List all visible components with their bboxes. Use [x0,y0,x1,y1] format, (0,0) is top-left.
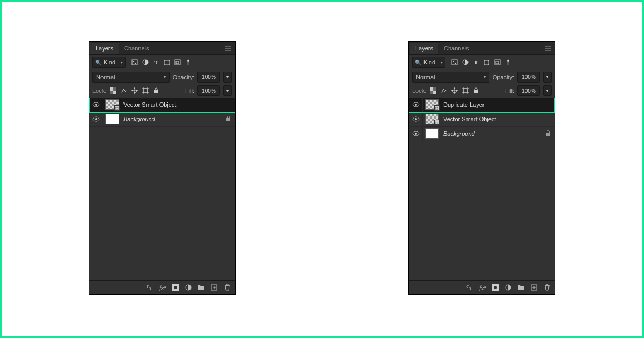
filter-adjust-icon[interactable] [142,58,149,66]
lock-all-icon[interactable] [152,87,160,94]
filter-type-icon[interactable]: T [152,58,160,66]
layer-name[interactable]: Duplicate Layer [443,101,484,108]
layers-list-left: ⬚Vector Smart ObjectBackground [89,98,235,280]
filter-kind-label: Kind [104,59,115,65]
panel-bottom-bar: fx▾ [409,280,555,294]
layer-row[interactable]: Background [89,112,235,127]
visibility-toggle[interactable] [89,98,103,112]
filter-smart-icon[interactable] [174,58,181,66]
layer-row[interactable]: ⬚Vector Smart Object [89,98,235,112]
lock-image-icon[interactable] [120,87,128,94]
lock-artboard-icon[interactable] [142,87,149,94]
chevron-down-icon: ▾ [121,60,123,65]
blend-mode-value: Normal [416,74,435,80]
svg-rect-53 [430,87,433,91]
layer-mask-icon[interactable] [172,284,179,291]
filter-type-icon[interactable]: T [472,58,480,66]
panel-menu-icon[interactable] [544,46,552,51]
layer-mask-icon[interactable] [492,284,499,291]
lock-all-icon[interactable] [472,87,480,94]
smart-object-badge: ⬚ [114,105,120,111]
adjustment-layer-icon[interactable] [504,284,512,291]
filter-adjust-icon[interactable] [462,58,469,66]
layer-name[interactable]: Background [123,116,155,122]
layer-filter-type[interactable]: 🔍 Kind ▾ [412,57,445,68]
lock-label: Lock: [412,87,426,94]
fill-value[interactable]: 100% [197,85,220,96]
layer-fx-icon[interactable]: fx▾ [479,284,486,291]
svg-rect-5 [135,63,136,64]
filter-pixel-icon[interactable] [451,58,458,66]
layer-row[interactable]: ⬚Duplicate Layer [409,98,555,112]
filter-shape-icon[interactable] [163,58,171,66]
link-layers-icon[interactable] [146,284,153,291]
svg-point-52 [507,60,509,62]
visibility-toggle[interactable] [409,98,423,112]
svg-rect-30 [226,118,230,121]
opacity-chevron[interactable]: ▾ [223,72,232,83]
fill-value[interactable]: 100% [517,85,540,96]
eye-icon [412,102,420,107]
tab-layers[interactable]: Layers [410,43,438,54]
tab-layers[interactable]: Layers [90,43,119,54]
svg-rect-3 [132,60,137,65]
filter-smart-icon[interactable] [494,58,501,66]
lock-position-icon[interactable] [131,87,138,94]
new-layer-icon[interactable] [530,284,538,291]
visibility-toggle[interactable] [89,112,103,126]
svg-rect-59 [463,89,467,93]
fill-chevron[interactable]: ▾ [223,85,232,96]
svg-rect-13 [176,61,179,64]
layer-thumbnail[interactable]: ⬚ [425,114,439,124]
layer-thumbnail[interactable] [105,114,119,124]
new-group-icon[interactable] [517,284,525,291]
opacity-chevron[interactable]: ▾ [543,72,552,83]
blend-mode-select[interactable]: Normal ▾ [412,72,489,83]
panel-tabs: Layers Channels [409,42,555,55]
lock-transparency-icon[interactable] [109,87,117,94]
layer-thumbnail[interactable]: ⬚ [425,99,439,110]
blend-mode-select[interactable]: Normal ▾ [92,72,170,83]
adjustment-layer-icon[interactable] [185,284,192,291]
layer-thumbnail[interactable] [425,128,439,139]
opacity-value[interactable]: 100% [197,72,220,83]
search-icon: 🔍 [415,60,421,65]
svg-point-46 [488,60,489,61]
lock-image-icon[interactable] [440,87,448,94]
svg-rect-55 [433,87,436,91]
fill-chevron[interactable]: ▾ [543,85,552,96]
delete-layer-icon[interactable] [543,284,551,291]
tab-channels[interactable]: Channels [438,43,474,54]
visibility-toggle[interactable] [409,112,423,126]
new-layer-icon[interactable] [210,284,218,291]
opacity-value[interactable]: 100% [517,72,540,83]
layer-filter-type[interactable]: 🔍 Kind ▾ [92,57,126,68]
filter-kind-label: Kind [423,59,435,65]
delete-layer-icon[interactable] [223,284,231,291]
fill-label: Fill: [505,87,514,94]
tab-channels[interactable]: Channels [119,43,154,54]
filter-pixel-icon[interactable] [131,58,138,66]
lock-transparency-icon[interactable] [429,87,437,94]
outer-frame: Layers Channels 🔍 Kind ▾ T [0,0,644,338]
layer-name[interactable]: Background [443,130,475,137]
layer-name[interactable]: Vector Smart Object [443,116,496,122]
layer-row[interactable]: ⬚Vector Smart Object [409,112,555,127]
lock-artboard-icon[interactable] [462,87,469,94]
svg-rect-50 [496,61,499,64]
layer-name[interactable]: Vector Smart Object [123,101,176,108]
layer-row[interactable]: Background [409,127,555,141]
visibility-toggle[interactable] [409,127,423,141]
filter-shape-icon[interactable] [483,58,491,66]
lock-position-icon[interactable] [451,87,458,94]
panel-menu-icon[interactable] [224,46,232,51]
filter-icons: T [451,58,512,66]
layer-fx-icon[interactable]: fx▾ [159,284,166,291]
panel-bottom-bar: fx▾ [89,280,235,294]
filter-toggle[interactable] [504,58,512,66]
layers-panel-right: Layers Channels 🔍 Kind ▾ T [409,42,555,294]
link-layers-icon[interactable] [466,284,473,291]
filter-toggle[interactable] [185,58,192,66]
new-group-icon[interactable] [197,284,205,291]
layer-thumbnail[interactable]: ⬚ [105,99,119,110]
